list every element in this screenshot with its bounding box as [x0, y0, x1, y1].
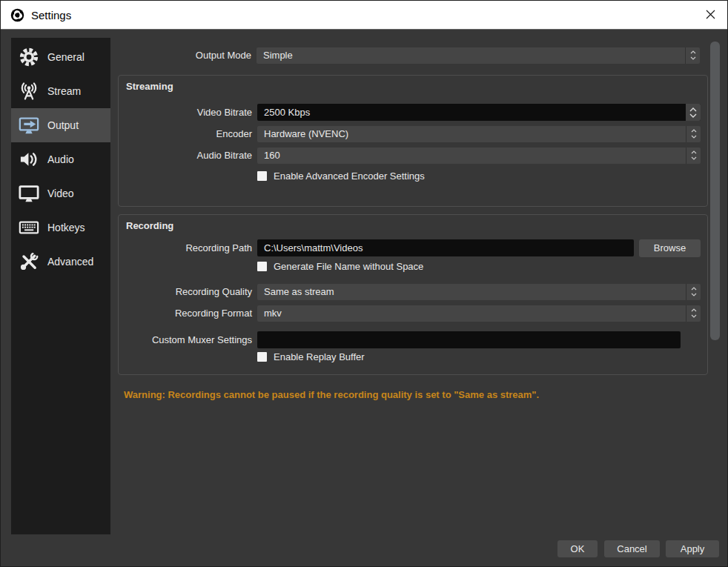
output-mode-value: Simple: [263, 50, 293, 61]
recording-quality-label: Recording Quality: [119, 286, 252, 297]
monitor-icon: [17, 183, 41, 204]
spinner-up-down-icon[interactable]: [686, 104, 701, 121]
audio-bitrate-row: Audio Bitrate 160: [119, 147, 701, 164]
recording-quality-value: Same as stream: [264, 286, 334, 297]
broadcast-icon: [17, 81, 41, 102]
obs-settings-window: { "window": { "title": "Settings" }, "si…: [0, 0, 728, 567]
recording-path-value: C:\Users\mattm\Videos: [264, 242, 363, 253]
recording-format-select[interactable]: mkv: [257, 305, 701, 322]
sidebar-item-label: Hotkeys: [47, 222, 85, 233]
audio-bitrate-label: Audio Bitrate: [119, 150, 252, 161]
apply-button[interactable]: Apply: [666, 540, 719, 557]
streaming-group-title: Streaming: [126, 81, 173, 92]
recording-format-label: Recording Format: [119, 308, 252, 319]
speaker-icon: [17, 149, 41, 170]
no-space-checkbox[interactable]: [257, 262, 267, 271]
recording-group: Recording Recording Path C:\Users\mattm\…: [118, 214, 708, 375]
sidebar-item-label: Advanced: [47, 256, 93, 268]
encoder-select[interactable]: Hardware (NVENC): [257, 126, 701, 142]
recording-group-title: Recording: [126, 220, 173, 231]
sidebar-item-label: Audio: [47, 153, 74, 165]
custom-muxer-label: Custom Muxer Settings: [119, 334, 252, 345]
window-title: Settings: [31, 9, 71, 21]
no-space-checkbox-row: Generate File Name without Space: [257, 261, 423, 271]
output-mode-row: Output Mode Simple: [118, 47, 700, 64]
video-bitrate-value: 2500 Kbps: [264, 107, 310, 118]
replay-buffer-checkbox-row: Enable Replay Buffer: [257, 351, 365, 362]
monitor-arrow-icon: [17, 115, 41, 136]
chevron-up-down-icon[interactable]: [686, 147, 701, 164]
close-icon: [705, 9, 716, 20]
sidebar-item-label: Video: [47, 188, 74, 199]
close-button[interactable]: [693, 1, 727, 28]
video-bitrate-row: Video Bitrate 2500 Kbps: [119, 104, 701, 121]
cancel-button[interactable]: Cancel: [604, 540, 660, 557]
recording-quality-select[interactable]: Same as stream: [257, 284, 701, 300]
video-bitrate-input[interactable]: 2500 Kbps: [257, 104, 701, 121]
ok-button[interactable]: OK: [557, 540, 598, 557]
sidebar-item-stream[interactable]: Stream: [11, 74, 110, 108]
output-mode-select[interactable]: Simple: [257, 47, 700, 64]
advanced-encoder-checkbox-row: Enable Advanced Encoder Settings: [257, 170, 425, 181]
encoder-label: Encoder: [119, 128, 252, 139]
recording-path-label: Recording Path: [119, 242, 252, 253]
sidebar-item-label: Output: [47, 119, 79, 131]
no-space-checkbox-label: Generate File Name without Space: [274, 261, 423, 272]
replay-buffer-checkbox-label: Enable Replay Buffer: [274, 351, 365, 362]
vertical-scrollbar-thumb[interactable]: [710, 42, 720, 340]
recording-path-row: Recording Path C:\Users\mattm\Videos Bro…: [119, 239, 701, 256]
keyboard-icon: [17, 217, 41, 238]
audio-bitrate-value: 160: [264, 150, 280, 161]
chevron-up-down-icon[interactable]: [686, 284, 701, 300]
gear-icon: [17, 47, 41, 67]
encoder-row: Encoder Hardware (NVENC): [119, 125, 701, 142]
sidebar-item-audio[interactable]: Audio: [11, 142, 110, 176]
advanced-encoder-checkbox[interactable]: [257, 171, 267, 181]
sidebar-item-video[interactable]: Video: [11, 176, 110, 210]
chevron-up-down-icon[interactable]: [686, 305, 701, 322]
crossed-tools-icon: [17, 251, 41, 272]
custom-muxer-input[interactable]: [257, 331, 681, 348]
encoder-value: Hardware (NVENC): [264, 128, 348, 139]
recording-format-value: mkv: [264, 308, 282, 319]
sidebar-item-label: General: [47, 51, 85, 63]
titlebar: Settings: [1, 1, 727, 30]
advanced-encoder-checkbox-label: Enable Advanced Encoder Settings: [274, 170, 425, 182]
streaming-group: Streaming Video Bitrate 2500 Kbps Encode…: [118, 75, 708, 207]
chevron-up-down-icon[interactable]: [685, 47, 700, 64]
recording-quality-row: Recording Quality Same as stream: [119, 283, 701, 300]
recording-format-row: Recording Format mkv: [119, 305, 701, 322]
custom-muxer-row: Custom Muxer Settings: [119, 331, 681, 348]
obs-logo-icon: [10, 8, 24, 22]
sidebar-item-output[interactable]: Output: [11, 108, 110, 142]
sidebar-item-label: Stream: [47, 85, 81, 97]
recording-pause-warning: Warning: Recordings cannot be paused if …: [124, 389, 539, 400]
replay-buffer-checkbox[interactable]: [257, 352, 267, 362]
sidebar-item-general[interactable]: General: [11, 40, 110, 74]
output-mode-label: Output Mode: [118, 50, 251, 61]
browse-button[interactable]: Browse: [639, 239, 701, 257]
chevron-up-down-icon[interactable]: [686, 126, 701, 142]
sidebar-item-hotkeys[interactable]: Hotkeys: [11, 210, 110, 245]
settings-nav-sidebar: General Stream Output: [11, 38, 110, 534]
sidebar-item-advanced[interactable]: Advanced: [11, 245, 110, 279]
recording-path-input[interactable]: C:\Users\mattm\Videos: [257, 239, 634, 256]
video-bitrate-label: Video Bitrate: [119, 107, 252, 118]
audio-bitrate-select[interactable]: 160: [257, 147, 701, 164]
